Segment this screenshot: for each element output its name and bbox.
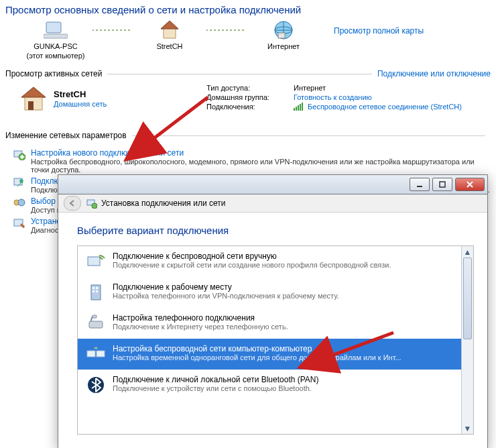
dialog-title: Установка подключения или сети <box>101 199 225 208</box>
dialog-titlebar[interactable] <box>58 175 487 194</box>
task-desc: Настройка беспроводного, широкополосного… <box>31 158 491 174</box>
svg-rect-18 <box>302 103 303 111</box>
option-desc: Настройка временной одноранговой сети дл… <box>113 353 401 361</box>
svg-rect-16 <box>298 105 299 111</box>
svg-rect-44 <box>97 351 105 357</box>
computer-icon <box>44 19 68 41</box>
minimize-button[interactable] <box>410 178 430 191</box>
scroll-down-button[interactable]: ▼ <box>462 423 473 434</box>
connect-network-icon <box>13 176 27 194</box>
new-connection-icon <box>13 148 27 174</box>
map-node-label: GUNKA-PSC <box>34 42 77 50</box>
svg-rect-41 <box>89 321 103 328</box>
house-icon <box>158 19 181 41</box>
connections-label: Подключения: <box>206 103 294 112</box>
svg-rect-43 <box>87 351 95 357</box>
homegroup-label: Домашняя группа: <box>206 93 294 101</box>
connection-options-list: Подключение к беспроводной сети вручнуюП… <box>78 246 461 434</box>
svg-rect-38 <box>96 287 98 289</box>
house-icon <box>19 85 48 112</box>
svg-rect-37 <box>92 287 95 289</box>
option-adhoc-wireless[interactable]: Настройка беспроводной сети компьютер-ко… <box>78 339 461 370</box>
task-new-connection[interactable]: Настройка нового подключения или сетиНас… <box>13 148 491 174</box>
back-button[interactable] <box>64 196 81 211</box>
scroll-up-button[interactable]: ▲ <box>462 246 473 258</box>
map-node-label: Интернет <box>267 42 300 50</box>
task-link[interactable]: Настройка нового подключения или сети <box>31 148 184 158</box>
svg-point-34 <box>92 203 97 209</box>
network-kind-link[interactable]: Домашняя сеть <box>54 100 107 108</box>
map-separator <box>92 19 133 41</box>
network-map: GUNKA-PSC (этот компьютер) StretCH Интер… <box>0 17 496 60</box>
svg-rect-15 <box>296 107 297 111</box>
svg-rect-42 <box>92 315 97 318</box>
maximize-button[interactable] <box>432 178 452 191</box>
homegroup-link[interactable]: Готовность к созданию <box>294 93 372 101</box>
svg-point-27 <box>22 225 25 228</box>
svg-marker-12 <box>21 87 46 97</box>
svg-rect-39 <box>92 290 95 292</box>
svg-rect-17 <box>300 104 301 111</box>
svg-rect-30 <box>440 182 445 187</box>
dialog-header-bar: Установка подключения или сети <box>58 194 487 213</box>
option-desc: Подключение к устройству или сети с помо… <box>113 384 319 392</box>
workplace-icon <box>84 282 107 302</box>
troubleshoot-icon <box>13 217 27 234</box>
adhoc-icon <box>84 344 107 364</box>
setup-connection-dialog: Установка подключения или сети Выберите … <box>58 174 488 448</box>
active-network-details: Тип доступа:Интернет Домашняя группа:Гот… <box>206 84 462 113</box>
wifi-signal-icon <box>294 103 303 112</box>
wireless-manual-icon <box>84 251 107 272</box>
active-networks-header: Просмотр активных сетей Подключение или … <box>5 69 491 78</box>
option-bluetooth-pan[interactable]: Подключение к личной локальной сети Blue… <box>78 370 461 400</box>
svg-rect-0 <box>46 22 61 33</box>
globe-icon <box>273 19 294 41</box>
map-node-label: StretCH <box>156 42 182 50</box>
map-node-sublabel: (этот компьютер) <box>26 52 84 60</box>
bluetooth-icon <box>84 375 107 395</box>
change-settings-header: Изменение сетевых параметров <box>5 131 491 140</box>
option-manual-wireless[interactable]: Подключение к беспроводной сети вручнуюП… <box>78 246 461 277</box>
svg-rect-13 <box>28 101 34 110</box>
access-type-label: Тип доступа: <box>206 84 294 92</box>
map-node-this-pc[interactable]: GUNKA-PSC (этот компьютер) <box>19 19 92 60</box>
map-node-router[interactable]: StretCH <box>133 19 206 50</box>
wireless-connection-link[interactable]: Беспроводное сетевое соединение (StretCH… <box>308 103 462 111</box>
connect-disconnect-link[interactable]: Подключение или отключение <box>377 69 491 78</box>
change-settings-heading: Изменение сетевых параметров <box>5 131 127 140</box>
view-full-map-link[interactable]: Просмотр полной карты <box>334 26 424 36</box>
map-node-internet[interactable]: Интернет <box>247 19 320 50</box>
network-name: StretCH <box>54 89 107 99</box>
option-desc: Подключение к скрытой сети или создание … <box>113 261 391 269</box>
network-setup-icon <box>86 198 97 209</box>
option-title: Подключение к беспроводной сети вручную <box>113 251 391 261</box>
dialup-icon <box>84 313 107 333</box>
access-type-value: Интернет <box>294 84 326 92</box>
option-title: Настройка телефонного подключения <box>113 313 288 323</box>
svg-point-25 <box>18 199 25 206</box>
option-desc: Настройка телефонного или VPN-подключени… <box>113 292 339 300</box>
option-dialup[interactable]: Настройка телефонного подключенияПодключ… <box>78 308 461 339</box>
dialog-heading: Выберите вариант подключения <box>77 225 474 236</box>
option-workplace[interactable]: Подключение к рабочему местуНастройка те… <box>78 277 461 308</box>
active-network-item[interactable]: StretCH Домашняя сеть <box>19 84 206 113</box>
svg-rect-1 <box>44 34 68 38</box>
active-networks-heading: Просмотр активных сетей <box>5 69 102 78</box>
map-separator <box>206 19 247 41</box>
option-title: Подключение к рабочему месту <box>113 282 339 292</box>
page-title: Просмотр основных сведений о сети и наст… <box>0 0 496 17</box>
homegroup-icon <box>13 197 27 214</box>
option-title: Настройка беспроводной сети компьютер-ко… <box>113 344 401 353</box>
svg-marker-4 <box>161 21 178 29</box>
svg-rect-10 <box>278 33 285 38</box>
svg-rect-40 <box>96 290 98 292</box>
svg-rect-35 <box>88 257 100 266</box>
option-desc: Подключение к Интернету через телефонную… <box>113 323 288 331</box>
options-scrollbar[interactable]: ▲ ▼ <box>461 246 473 434</box>
option-title: Подключение к личной локальной сети Blue… <box>113 375 319 384</box>
close-button[interactable] <box>455 178 485 191</box>
svg-rect-14 <box>294 108 295 111</box>
scrollbar-thumb[interactable] <box>463 258 472 339</box>
